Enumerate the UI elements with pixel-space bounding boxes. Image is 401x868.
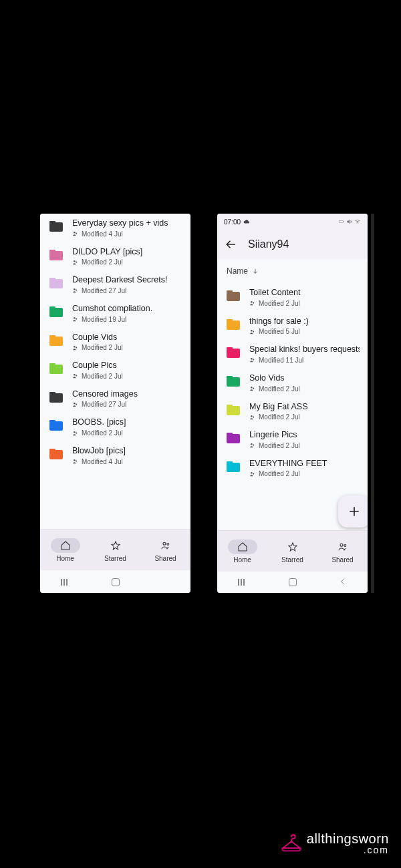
- app-bar: Siiany94: [217, 230, 368, 259]
- folder-name: Everyday sexy pics + vids: [72, 218, 182, 229]
- sort-control[interactable]: Name: [217, 259, 368, 283]
- shared-icon: [72, 401, 79, 408]
- recent-apps-button[interactable]: [238, 579, 247, 586]
- svg-point-16: [74, 459, 76, 461]
- svg-point-15: [76, 432, 77, 433]
- folder-modified: Modified 4 Jul: [82, 458, 123, 465]
- folder-modified: Modified 2 Jul: [82, 258, 123, 266]
- svg-point-1: [76, 233, 77, 234]
- shared-icon: [72, 373, 79, 379]
- bottom-nav: Home Starred Shared: [217, 530, 368, 572]
- folder-name: Deepest Darkest Secrets!: [72, 275, 182, 286]
- svg-point-33: [253, 416, 254, 417]
- folder-icon: [49, 363, 63, 374]
- nav-home-label: Home: [56, 555, 74, 562]
- folder-modified: Modified 19 Jul: [82, 316, 126, 323]
- svg-point-30: [251, 387, 253, 389]
- folder-list-left: Everyday sexy pics + vidsModified 4 JulD…: [40, 214, 190, 470]
- folder-row[interactable]: Censored imagesModified 27 Jul: [40, 385, 190, 413]
- folder-row[interactable]: Lingerie PicsModified 2 Jul: [217, 425, 368, 454]
- folder-modified: Modified 2 Jul: [259, 470, 300, 477]
- folder-modified: Modified 2 Jul: [82, 344, 123, 351]
- home-button[interactable]: [112, 578, 120, 586]
- folder-row[interactable]: My Big Fat ASSModified 2 Jul: [217, 397, 368, 426]
- shared-icon: [249, 471, 256, 477]
- svg-point-8: [74, 346, 76, 348]
- shared-icon: [72, 430, 79, 437]
- back-system-button[interactable]: [339, 576, 347, 588]
- folder-row[interactable]: Solo VidsModified 2 Jul: [217, 369, 368, 397]
- svg-point-3: [76, 261, 77, 262]
- shared-icon: [249, 329, 256, 335]
- folder-name: Cumshot compliation.: [72, 304, 182, 314]
- folder-modified: Modified 27 Jul: [82, 287, 126, 294]
- svg-point-24: [251, 301, 253, 303]
- folder-row[interactable]: Special kinks! buyers requestsModified 1…: [217, 340, 368, 369]
- svg-point-38: [340, 544, 343, 546]
- svg-point-4: [74, 288, 76, 290]
- folder-row[interactable]: Toilet ContentModified 2 Jul: [217, 283, 368, 312]
- recent-apps-button[interactable]: [61, 579, 70, 586]
- folder-modified: Modified 27 Jul: [82, 401, 126, 408]
- svg-point-26: [251, 330, 253, 332]
- star-icon: [287, 541, 298, 552]
- mute-icon: [346, 218, 353, 225]
- folder-icon: [49, 250, 63, 260]
- folder-icon: [227, 319, 240, 330]
- bottom-nav: Home Starred Shared: [40, 529, 190, 570]
- nav-starred-label: Starred: [281, 556, 303, 564]
- home-button[interactable]: [289, 578, 297, 586]
- fab-add[interactable]: [338, 495, 368, 527]
- folder-modified: Modified 2 Jul: [259, 413, 300, 421]
- arrow-down-icon: [252, 268, 259, 274]
- svg-point-14: [74, 431, 76, 433]
- shared-icon: [72, 316, 79, 322]
- android-system-nav: [40, 572, 190, 593]
- svg-point-11: [76, 375, 77, 377]
- edge-strip: [371, 214, 374, 593]
- shared-icon: [72, 259, 79, 266]
- home-icon: [237, 541, 248, 552]
- folder-name: Censored images: [72, 389, 182, 400]
- svg-point-2: [74, 260, 76, 262]
- svg-point-27: [253, 331, 254, 332]
- nav-shared[interactable]: Shared: [140, 538, 190, 562]
- nav-home-label: Home: [233, 556, 251, 564]
- back-button[interactable]: [225, 238, 237, 250]
- nav-home[interactable]: Home: [217, 539, 267, 564]
- folder-row[interactable]: things for sale :)Modified 5 Jul: [217, 312, 368, 341]
- nav-shared[interactable]: Shared: [317, 539, 367, 564]
- folder-icon: [227, 433, 240, 443]
- folder-name: BlowJob [pics]: [72, 446, 182, 457]
- folder-icon: [227, 405, 240, 415]
- svg-point-13: [76, 403, 77, 405]
- folder-modified: Modified 5 Jul: [259, 328, 300, 335]
- folder-row[interactable]: Couple VidsModified 2 Jul: [40, 328, 190, 357]
- folder-name: DILDO PLAY [pics]: [72, 247, 182, 258]
- svg-point-10: [74, 374, 76, 376]
- folder-row[interactable]: BlowJob [pics]Modified 4 Jul: [40, 441, 190, 470]
- folder-row[interactable]: Everyday sexy pics + vidsModified 4 Jul: [40, 214, 190, 242]
- folder-row[interactable]: EVERYTHING FEETModified 2 Jul: [217, 454, 368, 483]
- nav-starred[interactable]: Starred: [90, 538, 140, 562]
- folder-name: Solo Vids: [249, 373, 360, 384]
- wifi-icon: [354, 218, 361, 225]
- folder-name: EVERYTHING FEET: [249, 459, 360, 469]
- folder-row[interactable]: Deepest Darkest Secrets!Modified 27 Jul: [40, 270, 190, 299]
- nav-shared-label: Shared: [154, 555, 176, 562]
- svg-point-19: [166, 543, 168, 545]
- nav-home[interactable]: Home: [40, 538, 90, 562]
- shared-icon: [249, 414, 256, 421]
- folder-row[interactable]: Couple PicsModified 2 Jul: [40, 356, 190, 385]
- svg-point-35: [253, 445, 254, 446]
- svg-point-31: [253, 388, 254, 389]
- folder-modified: Modified 2 Jul: [259, 385, 300, 393]
- folder-row[interactable]: Cumshot compliation.Modified 19 Jul: [40, 299, 190, 328]
- folder-row[interactable]: DILDO PLAY [pics]Modified 2 Jul: [40, 242, 190, 271]
- svg-point-29: [253, 359, 254, 361]
- phone-right: 07:00 Siiany94 Name Toilet ContentModifi…: [217, 214, 368, 593]
- nav-starred[interactable]: Starred: [267, 539, 317, 564]
- folder-name: Special kinks! buyers requests: [249, 345, 360, 355]
- shared-icon: [72, 287, 79, 294]
- folder-row[interactable]: BOOBS. [pics]Modified 2 Jul: [40, 413, 190, 441]
